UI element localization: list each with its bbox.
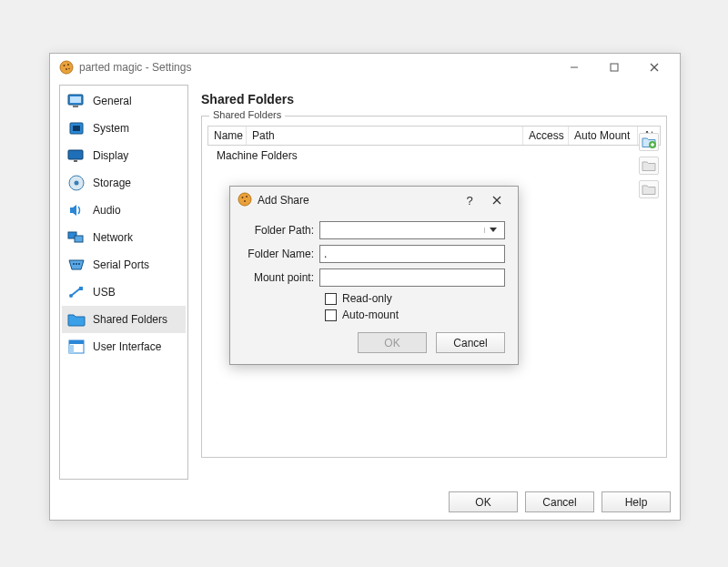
sidebar-item-label: USB (93, 286, 116, 299)
svg-rect-26 (69, 340, 84, 344)
svg-rect-19 (75, 236, 83, 242)
row-group-machine[interactable]: Machine Folders (217, 149, 661, 162)
sidebar-item-system[interactable]: System (62, 115, 186, 142)
svg-point-4 (68, 68, 70, 70)
folder-name-input[interactable]: . (319, 245, 505, 263)
svg-rect-10 (70, 96, 81, 103)
table-body: Machine Folders (207, 146, 661, 162)
window-title: parted magic - Settings (79, 61, 554, 74)
sidebar-item-network[interactable]: Network (62, 224, 186, 251)
dialog-body: Folder Path: Folder Name: . Mount point:… (230, 214, 518, 364)
maximize-button[interactable] (594, 55, 634, 80)
readonly-checkbox[interactable]: Read-only (325, 292, 505, 305)
folder-name-label: Folder Name: (243, 248, 319, 260)
disk-icon (67, 175, 86, 191)
svg-point-32 (244, 200, 246, 202)
speaker-icon (67, 202, 86, 218)
dialog-cancel-button[interactable]: Cancel (436, 332, 505, 353)
app-icon (238, 192, 252, 209)
help-button[interactable]: Help (602, 491, 671, 512)
folder-icon (67, 311, 86, 328)
svg-rect-13 (73, 126, 80, 131)
dialog-titlebar: Add Share ? (230, 187, 518, 214)
dialog-ok-button[interactable]: OK (358, 332, 427, 353)
mount-point-label: Mount point: (243, 271, 319, 284)
svg-point-1 (64, 65, 66, 66)
sidebar-item-label: Serial Ports (93, 258, 149, 271)
app-icon (59, 60, 74, 75)
checkbox-icon (325, 293, 337, 305)
sidebar-item-label: General (93, 95, 132, 107)
serial-port-icon (67, 257, 86, 273)
close-button[interactable] (634, 55, 674, 80)
sidebar-item-audio[interactable]: Audio (62, 197, 186, 224)
folder-path-label: Folder Path: (243, 224, 319, 237)
sidebar-item-label: Storage (93, 177, 131, 189)
col-automount[interactable]: Auto Mount (569, 127, 638, 145)
automount-checkbox[interactable]: Auto-mount (325, 309, 505, 321)
svg-point-29 (238, 193, 251, 206)
layout-icon (67, 339, 86, 355)
table-header: Name Path Access Auto Mount At (207, 126, 661, 146)
monitor-icon (67, 93, 86, 109)
svg-point-22 (78, 263, 80, 265)
minimize-button[interactable] (554, 55, 594, 80)
svg-point-31 (246, 196, 248, 197)
svg-rect-24 (79, 287, 83, 290)
col-name[interactable]: Name (208, 127, 247, 145)
sidebar-item-label: User Interface (93, 340, 161, 353)
usb-icon (67, 284, 86, 300)
svg-point-2 (67, 64, 69, 66)
display-icon (67, 147, 86, 164)
svg-point-21 (76, 263, 77, 265)
svg-point-20 (73, 263, 75, 265)
sidebar-item-label: Audio (93, 204, 121, 217)
page-title: Shared Folders (201, 92, 667, 106)
sidebar-item-usb[interactable]: USB (62, 278, 186, 306)
sidebar-item-ui[interactable]: User Interface (62, 333, 186, 360)
titlebar: parted magic - Settings (50, 54, 680, 81)
readonly-label: Read-only (342, 292, 392, 305)
sidebar-item-label: Network (93, 231, 133, 244)
checkbox-icon (325, 309, 337, 321)
dialog-title: Add Share (258, 194, 456, 207)
chip-icon (67, 120, 86, 137)
cancel-button[interactable]: Cancel (525, 491, 594, 512)
sidebar-item-serial[interactable]: Serial Ports (62, 251, 186, 278)
group-label: Shared Folders (209, 109, 285, 120)
side-buttons (639, 133, 659, 198)
sidebar-item-display[interactable]: Display (62, 142, 186, 169)
add-share-dialog: Add Share ? Folder Path: Folder Name: . … (229, 186, 519, 365)
dialog-close-button[interactable] (483, 187, 511, 213)
automount-label: Auto-mount (342, 309, 399, 321)
mount-point-input[interactable] (319, 268, 505, 287)
svg-rect-6 (611, 64, 618, 71)
svg-point-0 (60, 61, 73, 74)
svg-point-3 (66, 68, 67, 70)
sidebar-item-label: Shared Folders (93, 313, 167, 326)
sidebar: General System Display Storage Audio Net… (59, 85, 188, 480)
footer-buttons: OK Cancel Help (50, 491, 671, 512)
ok-button[interactable]: OK (449, 491, 518, 512)
sidebar-item-label: System (93, 122, 129, 135)
sidebar-item-storage[interactable]: Storage (62, 169, 186, 197)
svg-rect-27 (69, 345, 74, 353)
dialog-help-button[interactable]: ? (456, 187, 483, 213)
svg-rect-15 (74, 160, 77, 162)
col-path[interactable]: Path (247, 127, 523, 145)
sidebar-item-general[interactable]: General (62, 87, 186, 115)
sidebar-item-shared-folders[interactable]: Shared Folders (62, 306, 186, 333)
remove-share-button[interactable] (639, 180, 659, 198)
col-access[interactable]: Access (523, 127, 569, 145)
folders-table: Name Path Access Auto Mount At Machine F… (207, 126, 661, 162)
folder-path-combo[interactable] (319, 221, 505, 239)
svg-point-30 (242, 197, 244, 198)
sidebar-item-label: Display (93, 149, 128, 162)
chevron-down-icon (484, 228, 500, 233)
dialog-footer: OK Cancel (243, 325, 505, 353)
svg-rect-14 (68, 150, 83, 159)
network-icon (67, 229, 86, 246)
edit-share-button[interactable] (639, 157, 659, 175)
svg-point-17 (75, 181, 79, 186)
add-share-button[interactable] (639, 133, 659, 151)
